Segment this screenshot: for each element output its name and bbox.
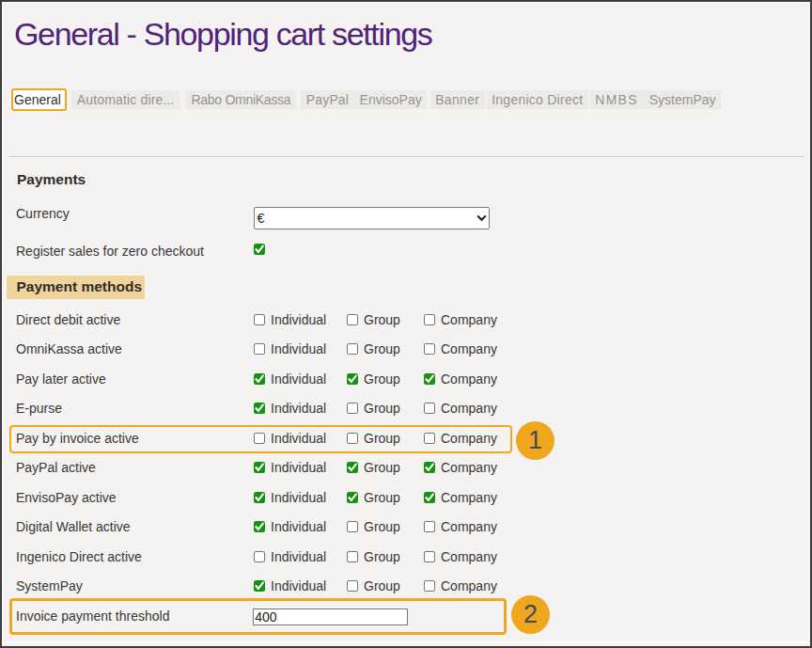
checkbox-label: Individual xyxy=(271,578,326,593)
payment-method-label: OmniKassa active xyxy=(16,340,122,357)
page-title: General - Shopping cart settings xyxy=(14,15,431,53)
individual-checkbox[interactable] xyxy=(254,492,265,503)
chevron-down-icon xyxy=(476,214,487,222)
payment-method-row: Pay by invoice activeIndividualGroupComp… xyxy=(16,430,796,447)
checkbox-group-company: Company xyxy=(424,460,497,475)
tab-systempay[interactable]: SystemPay xyxy=(644,90,721,110)
payment-method-label: Digital Wallet active xyxy=(16,518,131,535)
annotation-badge-1: 1 xyxy=(516,421,554,460)
payments-heading: Payments xyxy=(17,171,86,188)
individual-checkbox[interactable] xyxy=(254,462,265,473)
group-checkbox[interactable] xyxy=(347,580,358,592)
tab-envisopay[interactable]: EnvisoPay xyxy=(354,90,427,110)
currency-select-value: € xyxy=(255,211,476,226)
checkbox-label: Group xyxy=(364,401,400,416)
checkbox-group-company: Company xyxy=(424,401,497,416)
checkbox-label: Company xyxy=(441,401,497,416)
individual-checkbox[interactable] xyxy=(254,551,265,562)
company-checkbox[interactable] xyxy=(424,373,435,385)
company-checkbox[interactable] xyxy=(424,343,435,355)
checkbox-group-individual: Individual xyxy=(254,460,326,475)
checkbox-label: Individual xyxy=(271,460,326,475)
bottom-strip xyxy=(2,641,810,644)
checkbox-group-individual: Individual xyxy=(254,519,326,534)
currency-select[interactable]: € xyxy=(254,207,490,229)
group-checkbox[interactable] xyxy=(347,521,358,532)
checkbox-group-group: Group xyxy=(347,490,400,505)
checkbox-group-individual: Individual xyxy=(254,341,326,356)
group-checkbox[interactable] xyxy=(347,492,358,503)
checkbox-label: Group xyxy=(364,578,400,593)
group-checkbox[interactable] xyxy=(347,462,358,473)
checkbox-group-individual: Individual xyxy=(254,401,326,416)
checkbox-group-group: Group xyxy=(347,431,400,446)
payment-methods-heading: Payment methods xyxy=(7,276,145,299)
group-checkbox[interactable] xyxy=(347,403,358,414)
checkbox-group-company: Company xyxy=(424,578,497,593)
company-checkbox[interactable] xyxy=(424,521,435,532)
payment-method-row: Direct debit activeIndividualGroupCompan… xyxy=(16,311,796,328)
checkbox-label: Company xyxy=(441,490,497,505)
company-checkbox[interactable] xyxy=(424,580,435,592)
checkbox-group-group: Group xyxy=(347,519,400,534)
checkbox-group-company: Company xyxy=(424,490,497,505)
individual-checkbox[interactable] xyxy=(254,373,265,385)
company-checkbox[interactable] xyxy=(424,551,435,562)
payment-method-row: Pay later activeIndividualGroupCompany xyxy=(16,371,796,387)
checkbox-group-individual: Individual xyxy=(254,431,326,446)
checkbox-label: Individual xyxy=(271,549,326,564)
individual-checkbox[interactable] xyxy=(254,433,265,444)
tab-paypal[interactable]: PayPal xyxy=(301,90,353,110)
group-checkbox[interactable] xyxy=(347,343,358,355)
group-checkbox[interactable] xyxy=(347,314,358,325)
company-checkbox[interactable] xyxy=(424,403,435,414)
checkbox-label: Individual xyxy=(271,401,326,416)
tab-automatic-dire[interactable]: Automatic dire... xyxy=(71,90,180,110)
checkbox-group-company: Company xyxy=(424,519,497,534)
group-checkbox[interactable] xyxy=(347,551,358,562)
checkbox-label: Group xyxy=(364,312,400,327)
payment-method-label: PayPal active xyxy=(16,459,96,476)
tab-rabo-omnikassa[interactable]: Rabo OmniKassa xyxy=(186,90,296,110)
currency-label: Currency xyxy=(16,205,70,222)
checkbox-group-individual: Individual xyxy=(254,490,326,505)
payment-method-label: E-purse xyxy=(16,400,62,417)
company-checkbox[interactable] xyxy=(424,314,435,325)
checkbox-label: Company xyxy=(441,371,497,387)
individual-checkbox[interactable] xyxy=(254,403,265,414)
individual-checkbox[interactable] xyxy=(254,343,265,355)
group-checkbox[interactable] xyxy=(347,373,358,385)
company-checkbox[interactable] xyxy=(424,433,435,444)
checkbox-label: Individual xyxy=(271,312,326,327)
invoice-threshold-input[interactable] xyxy=(253,608,408,626)
invoice-threshold-label: Invoice payment threshold xyxy=(16,608,169,624)
payment-method-label: EnvisoPay active xyxy=(16,489,117,506)
company-checkbox[interactable] xyxy=(424,462,435,473)
register-zero-checkout-label: Register sales for zero checkout xyxy=(16,243,204,260)
register-zero-checkout-checkbox[interactable] xyxy=(254,244,265,255)
tab-banner[interactable]: Banner xyxy=(430,90,485,110)
payment-method-row: EnvisoPay activeIndividualGroupCompany xyxy=(16,489,796,506)
checkbox-label: Group xyxy=(364,519,400,534)
checkbox-label: Group xyxy=(364,371,400,387)
checkbox-label: Company xyxy=(441,549,497,564)
company-checkbox[interactable] xyxy=(424,492,435,503)
checkbox-label: Group xyxy=(364,431,400,446)
checkbox-group-group: Group xyxy=(347,341,400,356)
tab-nmbs[interactable]: NMBS xyxy=(590,90,644,110)
tab-ingenico-direct[interactable]: Ingenico Direct xyxy=(487,90,588,110)
checkbox-label: Company xyxy=(441,312,497,327)
individual-checkbox[interactable] xyxy=(254,580,265,592)
payment-method-label: Pay by invoice active xyxy=(16,430,139,447)
checkbox-group-group: Group xyxy=(347,312,400,327)
checkbox-label: Company xyxy=(441,578,497,593)
group-checkbox[interactable] xyxy=(347,433,358,444)
individual-checkbox[interactable] xyxy=(254,521,265,532)
payment-method-label: Direct debit active xyxy=(16,311,120,328)
individual-checkbox[interactable] xyxy=(254,314,265,325)
checkbox-group-individual: Individual xyxy=(254,312,326,327)
payment-method-row: Ingenico Direct activeIndividualGroupCom… xyxy=(16,548,796,565)
tab-general[interactable]: General xyxy=(11,88,67,111)
checkbox-label: Group xyxy=(364,460,400,475)
checkbox-group-group: Group xyxy=(347,549,400,564)
